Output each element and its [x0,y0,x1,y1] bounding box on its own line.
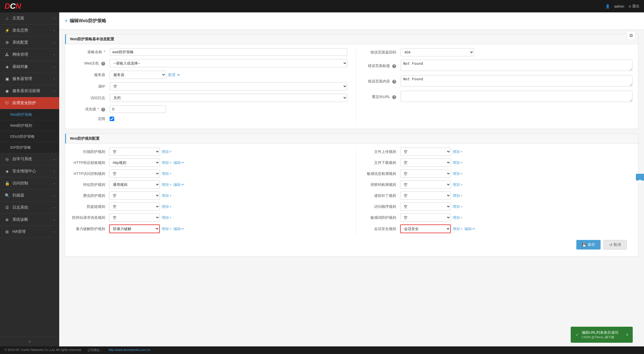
scan-rule-select[interactable]: 空 [109,148,160,156]
main-layout: ⌂ 主页面 › ⚡ 攻击态势 › ⚙ 系统配置 › 🖧 网络管理 › ◈ 基础对… [0,12,644,346]
http-validate-label: HTTP协议校验规则 [71,160,107,165]
hotlink-rule-select[interactable]: 空 [109,202,160,211]
error-content-textarea[interactable]: Not Found [401,75,632,86]
logout-icon: ⎋ [629,4,631,8]
web-host-help-icon[interactable]: ? [101,62,105,66]
sensitive-detect-select[interactable]: 空 [400,170,451,178]
virtual-patch-label: 虚拟补丁规则 [362,193,398,198]
error-title-help-icon[interactable]: ? [392,64,396,68]
settings-button[interactable]: ⚙ [627,31,636,40]
file-upload-select[interactable]: 空 [400,148,451,156]
weak-passwd-rule-row: 弱密码检测规则 空 增加 + [362,181,632,189]
website-link[interactable]: http://www.dcnetworks.com.cn [109,348,150,352]
toast-close-button[interactable]: × [626,333,628,337]
policy-name-input[interactable] [110,48,347,56]
weak-passwd-select[interactable]: 空 [400,181,451,189]
weak-passwd-add-button[interactable]: 增加 + [453,182,463,187]
session-security-edit-button[interactable]: 编辑 ✏ [464,226,475,231]
logout-button[interactable]: ⎋ 退出 [629,4,639,9]
error-title-label: 错误页面标题 ? [362,63,398,68]
priority-help-icon[interactable]: ? [101,108,105,112]
brute-rule-add-button[interactable]: 增加 + [162,226,172,231]
source-ip-select[interactable]: 空 [110,82,347,90]
sidebar-item-objects[interactable]: ◈ 基础对象 › [0,61,59,73]
hotlink-rule-add-button[interactable]: 增加 + [162,204,172,209]
feedback-tab[interactable]: 意见反馈 [636,174,644,181]
plus-icon: + [460,182,463,187]
enable-checkbox[interactable] [110,117,114,121]
sidebar-sub-menu: Web防护策略 Web防护规则 DDoS防护策略 IDP防护策略 [0,109,59,153]
file-upload-add-button[interactable]: 增加 + [453,149,463,154]
redirect-url-help-icon[interactable]: ? [392,95,396,99]
error-title-textarea[interactable]: Not Found [401,60,632,71]
sidebar-sub-item-ddos-policy[interactable]: DDoS防护策略 [0,131,59,142]
sidebar-sub-item-web-policy[interactable]: Web防护策略 [0,109,59,120]
source-ip-control: 空 [110,82,347,90]
file-download-add-button[interactable]: 增加 + [453,160,463,165]
session-security-select[interactable]: 会话安全 [400,224,451,233]
objects-icon: ◈ [5,64,10,69]
error-content-label: 错误页面内容 ? [362,79,398,84]
access-log-select[interactable]: 关闭 [110,94,347,102]
file-download-select[interactable]: 空 [400,159,451,167]
brute-rule-edit-button[interactable]: 编辑 ✏ [173,226,184,231]
sidebar-item-ha-mgmt[interactable]: ⊞ HA管理 › [0,226,59,238]
error-code-select[interactable]: 404 [401,48,474,56]
sidebar-collapse-button[interactable]: ≡ [0,337,59,346]
crawler-rule-add-button[interactable]: 增加 + [162,193,172,198]
config-link[interactable]: 配置 ➔ [168,72,180,77]
save-button[interactable]: 💾 保存 [576,240,601,250]
server-select[interactable]: 服务器 [110,71,166,79]
error-code-control: 404 [401,48,632,56]
http-validate-select[interactable]: http规则 [109,159,160,167]
sidebar-item-security-info[interactable]: ◈ 安全情报中心 › [0,165,59,177]
sidebar-item-label: 攻击态势 [12,28,51,33]
sidebar-item-home[interactable]: ⌂ 主页面 › [0,12,59,25]
session-security-add-button[interactable]: 增加 + [453,226,463,231]
sensitive-word-select[interactable]: 空 [400,213,451,222]
toast-message: 编辑URL列表条目成功 [582,330,618,335]
redirect-url-textarea[interactable] [401,91,632,102]
sidebar-sub-item-idp-policy[interactable]: IDP防护策略 [0,142,59,153]
sensitive-word-add-button[interactable]: 增加 + [453,215,463,220]
feature-rule-edit-button[interactable]: 编辑 ✏ [173,182,184,187]
sidebar-item-label: 主页面 [12,16,51,21]
sidebar-item-appsecurity[interactable]: 🛡 应用安全防护 ˅ [0,97,59,109]
brute-rule-select[interactable]: 防暴力破解 [109,224,160,233]
virtual-patch-select[interactable]: 空 [400,192,451,200]
sensitive-detect-add-button[interactable]: 增加 + [453,171,463,176]
sidebar-item-diagnosis[interactable]: ⊕ 系统诊断 › [0,214,59,226]
web-host-select[interactable]: --请输入或选择-- [110,59,347,67]
http-access-add-button[interactable]: 增加 + [162,171,172,176]
right-rules-col: 文件上传规则 空 增加 + 文件下载规则 空 增加 + 敏感信息检测规则 [356,148,632,236]
access-order-select[interactable]: 空 [400,202,451,211]
sidebar-item-label: 服务器存活探测 [12,88,51,93]
sidebar-sub-item-web-rules[interactable]: Web防护规则 [0,120,59,131]
crawler-rule-select[interactable]: 空 [109,192,160,200]
feature-rule-add-button[interactable]: 增加 + [162,182,172,187]
page-title: 编辑Web防护策略 [70,18,106,24]
feature-rule-select[interactable]: 通用规则 [109,181,160,189]
csrf-rule-select[interactable]: 空 [109,213,160,222]
http-access-select[interactable]: 空 [109,170,160,178]
sidebar-item-network[interactable]: 🖧 网络管理 › [0,49,59,61]
sidebar-item-access-control[interactable]: 🔒 访问控制 › [0,177,59,190]
sidebar-item-learning[interactable]: ◎ 自学习系统 › [0,153,59,165]
http-validate-add-button[interactable]: 增加 + [162,160,172,165]
sidebar-item-serverprobe[interactable]: ◉ 服务器存活探测 › [0,85,59,97]
access-order-label: 访问顺序规则 [362,204,398,209]
csrf-rule-add-button[interactable]: 增加 + [162,215,172,220]
priority-input[interactable] [110,105,166,113]
access-order-add-button[interactable]: 增加 + [453,204,463,209]
scan-rule-add-button[interactable]: 增加 + [162,149,172,154]
sidebar-item-servers[interactable]: ▣ 服务器管理 › [0,73,59,85]
error-content-help-icon[interactable]: ? [392,80,396,84]
sidebar-item-sysconfig[interactable]: ⚙ 系统配置 › [0,37,59,49]
sidebar-item-attack[interactable]: ⚡ 攻击态势 › [0,25,59,37]
file-download-rule-row: 文件下载规则 空 增加 + [362,159,632,167]
sidebar-item-scanner[interactable]: 🔍 扫描器 › [0,190,59,202]
virtual-patch-add-button[interactable]: 增加 + [453,193,463,198]
cancel-button[interactable]: ↺ 取消 [603,240,627,250]
sidebar-item-log-system[interactable]: ☰ 日志系统 › [0,202,59,214]
http-validate-edit-button[interactable]: 编辑 ✏ [173,160,184,165]
